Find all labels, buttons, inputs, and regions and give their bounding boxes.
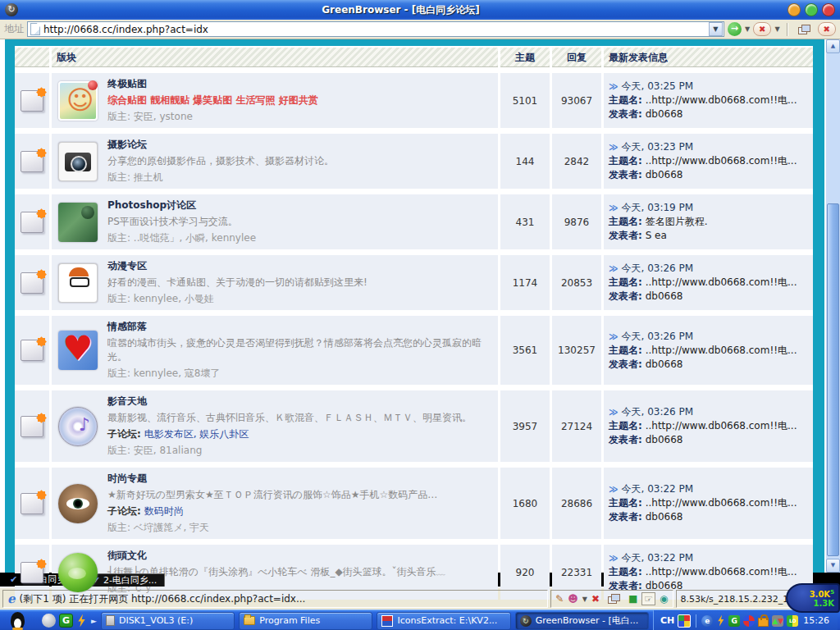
greenbrowser-quicklaunch-icon[interactable]: G [59,614,73,628]
latest-topic[interactable]: ..http://www.db0668.com!!电... [646,94,797,106]
address-bar: 地址 http://0668.cc/index.php?act=idx ▼ → … [0,20,840,39]
windows-icon[interactable] [608,594,620,604]
scroll-down-arrow[interactable]: ▼ [826,559,840,573]
quick-launch-expand-arrow[interactable]: ► [91,617,97,625]
eye-icon [58,484,98,523]
taskbar-button-folder[interactable]: Program Files [239,612,372,630]
forum-sublinks[interactable]: 综合贴图 靓相靓贴 爆笑贴图 生活写照 好图共赏 [107,94,318,107]
forum-title[interactable]: Photoshop讨论区 [107,199,256,212]
popup-filter-dropdown[interactable]: ▼ [582,596,587,603]
poster-label: 发表者: [609,358,642,370]
forum-row: Photoshop讨论区 PS平面设计技术学习与交流。 版主: ..哾饳萖」, … [15,194,813,249]
close-red-icon[interactable]: ✖ [591,593,600,605]
go-dropdown-arrow[interactable]: ▼ [745,25,750,33]
language-indicator[interactable]: CH [660,615,674,626]
subforum-label: 子论坛: [107,428,141,440]
latest-topic[interactable]: ..http://www.db0668.com!!电... [646,345,797,356]
antivirus-icon[interactable] [42,614,56,628]
subforum-links[interactable]: 数码时尚 [144,505,184,517]
latest-time[interactable]: 今天, 03:25 PM [622,80,694,93]
lock-tray-icon[interactable] [758,618,769,627]
latest-time[interactable]: 今天, 03:26 PM [622,406,694,418]
taskbar-clock[interactable]: 15:26 [803,615,829,626]
window-title: GreenBrowser - [电白同乡论坛] [18,3,783,17]
url-input[interactable]: http://0668.cc/index.php?act=idx ▼ [27,21,724,37]
close-button[interactable] [822,3,835,16]
latest-poster[interactable]: db0668 [646,358,683,370]
stop-dropdown-arrow[interactable]: ▼ [774,25,779,33]
hand-drag-icon[interactable]: ☞ [641,592,655,605]
taskbar-button-greenbrowser[interactable]: ↻ GreenBrowser - [电白... [515,612,649,630]
cascade-windows-icon[interactable] [798,25,810,34]
latest-topic[interactable]: ..http://www.db0668.com!!电... [646,155,797,167]
anime-character-icon [58,263,98,303]
forum-description: 好看的漫画、卡通贴图、关于动漫的一切的请都贴到这里来! [107,276,368,290]
download-window-icon[interactable]: ■ [628,593,637,605]
topic-label: 主题名: [609,566,642,578]
latest-time[interactable]: 今天, 03:22 PM [622,552,694,564]
forum-title[interactable]: 摄影论坛 [107,138,334,152]
stop-button[interactable]: ✖ [753,22,771,36]
forum-title[interactable]: 动漫专区 [107,259,368,273]
swirl-tray-icon[interactable] [743,615,755,627]
latest-topic[interactable]: ..http://www.db0668.com!!电... [646,566,797,578]
latest-time[interactable]: 今天, 03:19 PM [622,202,694,214]
maximize-button[interactable] [805,3,818,16]
latest-time[interactable]: 今天, 03:26 PM [622,331,694,343]
penguin-start-icon[interactable] [11,612,25,629]
forum-title[interactable]: 时尚专题 [107,472,437,486]
scroll-up-arrow[interactable]: ▲ [826,39,840,53]
emule-tray-icon[interactable]: e [701,615,713,627]
latest-poster[interactable]: db0668 [646,169,683,180]
topic-label: 主题名: [609,276,642,288]
tab-check-icon: ✔ [10,574,17,585]
subforum-links[interactable]: 电影发布区, 娱乐八卦区 [144,428,249,440]
popup-filter-icon[interactable]: ☻ [568,593,578,605]
new-posts-icon [21,340,43,361]
latest-post-icon: ≫ [609,552,619,564]
scrollbar-thumb[interactable] [827,203,839,556]
minimize-button[interactable] [788,3,801,16]
forum-index: 版块 主题 回复 最新发表信息 终极贴图 综合贴图 靓相靓贴 爆笑贴图 生活写照… [15,39,813,573]
latest-topic[interactable]: ..http://www.db0668.com!!电... [646,420,797,431]
latest-time[interactable]: 今天, 03:23 PM [622,141,694,153]
tray-separator [696,614,696,628]
latest-post-icon: ≫ [609,483,619,495]
latest-poster[interactable]: db0668 [646,511,683,523]
taskbar-button-label: IconsExtract: E:\KV2... [397,615,497,626]
replies-count: 27124 [552,390,601,462]
forum-title[interactable]: 影音天地 [107,395,472,409]
latest-poster[interactable]: S ea [646,230,667,241]
url-dropdown-arrow[interactable]: ▼ [709,22,723,36]
globe-icon[interactable]: ◉ [660,593,668,605]
latest-time[interactable]: 今天, 03:26 PM [622,262,694,275]
topic-label: 主题名: [609,155,642,167]
network-activity-icon[interactable]: ▲▼ [772,615,783,627]
latest-topic[interactable]: 签名图片教程. [646,216,708,227]
latest-time[interactable]: 今天, 03:22 PM [622,483,694,495]
latest-topic[interactable]: ..http://www.db0668.com!!电... [646,276,797,288]
taskbar-button-iconsextract[interactable]: IconsExtract: E:\KV2... [377,612,510,630]
input-method-icon[interactable] [678,614,691,628]
latest-poster[interactable]: db0668 [646,434,683,445]
forum-title[interactable]: 情感部落 [107,320,491,334]
forum-title[interactable]: 街頭文化 [107,549,446,563]
flashget-tray-icon[interactable] [716,615,725,627]
go-button[interactable]: → [728,22,742,36]
replies-count: 130257 [552,316,601,385]
latest-poster[interactable]: db0668 [646,290,683,302]
local-ip-icon[interactable]: LO [787,615,798,627]
topics-count: 5101 [500,73,550,128]
latest-poster[interactable]: db0668 [646,108,683,120]
close-page-button[interactable]: ✖ [818,22,836,36]
forum-title[interactable]: 终极贴图 [107,77,318,91]
latest-post-icon: ≫ [609,141,619,153]
flashget-icon[interactable] [76,614,87,628]
poster-label: 发表者: [609,511,642,523]
edit-icon[interactable]: ✎ [555,593,564,605]
vertical-scrollbar[interactable]: ▲ ▼ [826,39,840,573]
folder-icon [244,616,255,625]
taskbar-button-disk[interactable]: DISK1_VOL3 (E:) [101,612,235,630]
greenbrowser-tray-icon[interactable]: G [728,615,740,627]
latest-topic[interactable]: ..http://www.db0668.com!!电... [646,497,797,509]
